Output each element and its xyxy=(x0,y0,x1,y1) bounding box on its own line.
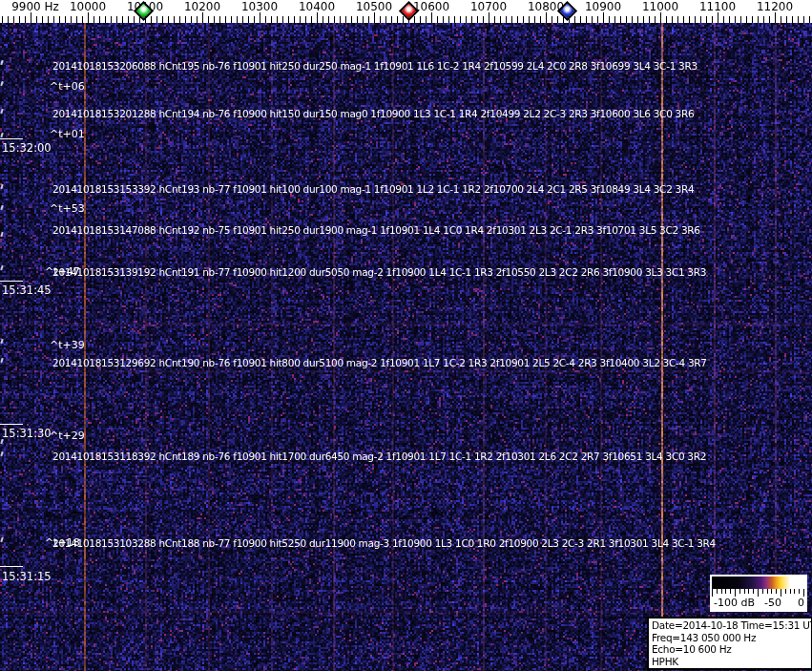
colorbar-tick xyxy=(735,589,736,597)
ruler-tick xyxy=(2,16,3,23)
ruler-tick xyxy=(746,16,747,23)
ruler-tick xyxy=(19,16,20,23)
ruler-tick xyxy=(265,16,266,23)
ruler-tick xyxy=(712,16,713,23)
ruler-tick xyxy=(603,12,604,23)
ruler-tick xyxy=(798,16,799,23)
ruler-tick xyxy=(786,16,787,23)
ruler-freq-label: 10000 xyxy=(70,0,106,13)
ruler-tick xyxy=(116,16,117,23)
colorbar-tick xyxy=(744,589,745,594)
colorbar-tick xyxy=(794,589,795,594)
ruler-tick xyxy=(597,16,598,23)
ruler-tick xyxy=(506,16,507,23)
colorbar-tick xyxy=(781,589,781,597)
ruler-tick xyxy=(31,12,31,23)
colorbar-tick xyxy=(739,589,740,594)
colorbar-tick xyxy=(721,589,722,594)
ruler-tick xyxy=(437,16,438,23)
ruler-tick xyxy=(88,12,89,23)
ruler-tick xyxy=(328,16,329,23)
ruler-tick xyxy=(511,16,512,23)
ruler-tick xyxy=(59,16,60,23)
ruler-freq-label: 10400 xyxy=(299,0,335,13)
info-freq-line: Freq=143 050 000 Hz xyxy=(652,632,808,644)
ruler-tick xyxy=(677,16,678,23)
ruler-tick xyxy=(254,16,255,23)
ruler-tick xyxy=(242,16,243,23)
ruler-tick xyxy=(700,16,701,23)
ruler-tick xyxy=(225,16,226,23)
ruler-tick xyxy=(122,16,123,23)
ruler-tick xyxy=(317,12,318,23)
ruler-tick xyxy=(208,16,209,23)
ruler-tick xyxy=(460,16,461,23)
ruler-tick xyxy=(666,16,667,23)
colorbar-tick xyxy=(730,589,731,594)
ruler-tick xyxy=(471,16,472,23)
colorbar-tick xyxy=(767,589,768,594)
ruler-tick xyxy=(529,16,530,23)
ruler-tick xyxy=(683,16,684,23)
ruler-tick xyxy=(8,16,9,23)
ruler-tick xyxy=(729,16,730,23)
ruler-tick xyxy=(477,16,478,23)
ruler-tick xyxy=(546,12,547,23)
ruler-tick xyxy=(380,16,381,23)
ruler-freq-label: 11200 xyxy=(757,0,793,13)
ruler-freq-label: 11000 xyxy=(642,0,678,13)
colorbar-tick xyxy=(799,589,800,594)
spectrogram-app-window: 9900 Hz100001010010200103001040010500106… xyxy=(0,0,812,671)
ruler-tick xyxy=(260,12,260,23)
spectrogram-canvas[interactable] xyxy=(0,23,812,671)
ruler-tick xyxy=(660,12,661,23)
ruler-tick xyxy=(219,16,220,23)
colorbar-tick xyxy=(771,589,772,594)
colorbar-tick xyxy=(790,589,791,594)
ruler-tick xyxy=(803,16,804,23)
ruler-tick xyxy=(179,16,180,23)
ruler-tick xyxy=(340,16,341,23)
ruler-tick xyxy=(574,16,575,23)
ruler-tick xyxy=(431,12,432,23)
ruler-tick xyxy=(197,16,198,23)
ruler-tick xyxy=(718,12,718,23)
ruler-tick xyxy=(311,16,312,23)
ruler-tick xyxy=(185,16,186,23)
ruler-tick xyxy=(65,16,66,23)
ruler-tick xyxy=(71,16,72,23)
colorbar-tick xyxy=(785,589,786,594)
ruler-tick xyxy=(586,16,587,23)
ruler-tick xyxy=(294,16,295,23)
ruler-tick xyxy=(763,16,764,23)
ruler-tick xyxy=(385,16,386,23)
colorbar-tick xyxy=(712,589,713,597)
ruler-freq-label: 10500 xyxy=(356,0,392,13)
ruler-tick xyxy=(649,16,650,23)
colorbar-tick xyxy=(776,589,777,594)
colorbar-tick xyxy=(758,589,759,597)
db-color-scale: -100 dB -50 0 xyxy=(710,575,807,612)
ruler-tick xyxy=(781,16,781,23)
ruler-tick xyxy=(494,16,495,23)
ruler-tick xyxy=(580,16,581,23)
ruler-tick xyxy=(25,16,26,23)
ruler-tick xyxy=(809,16,810,23)
ruler-tick xyxy=(82,16,83,23)
ruler-tick xyxy=(282,16,283,23)
color-scale-ticks xyxy=(712,589,805,597)
ruler-tick xyxy=(363,16,364,23)
ruler-tick xyxy=(323,16,323,23)
ruler-freq-label: 10900 xyxy=(585,0,621,13)
ruler-tick xyxy=(517,16,518,23)
ruler-tick xyxy=(397,16,398,23)
ruler-tick xyxy=(305,16,306,23)
ruler-tick xyxy=(271,16,272,23)
ruler-tick xyxy=(420,16,421,23)
color-gradient-strip xyxy=(712,577,805,589)
ruler-tick xyxy=(534,16,535,23)
ruler-tick xyxy=(151,16,152,23)
ruler-tick xyxy=(689,16,690,23)
ruler-tick xyxy=(237,16,238,23)
ruler-tick xyxy=(231,16,232,23)
